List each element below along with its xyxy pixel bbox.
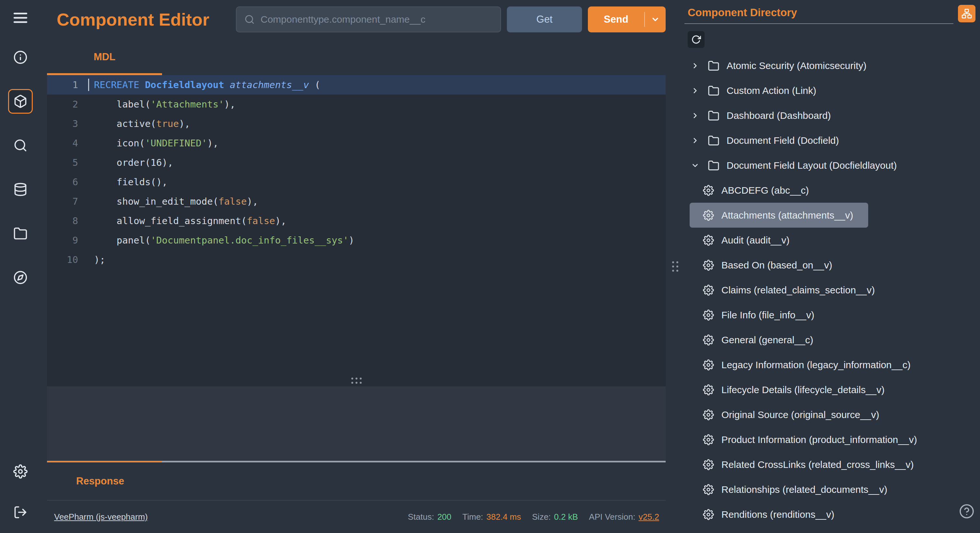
directory-folder-row[interactable]: Custom Action (Link) — [684, 78, 816, 103]
line-number: 9 — [47, 230, 78, 250]
response-tab-indicator — [47, 461, 162, 462]
refresh-button[interactable] — [688, 31, 705, 48]
sidebar-bottom-icons — [13, 464, 27, 519]
sidebar-item-files[interactable] — [13, 226, 27, 241]
time-label: Time: — [463, 512, 483, 522]
sidebar-item-search[interactable] — [13, 138, 27, 152]
hamburger-menu-button[interactable] — [13, 12, 27, 24]
directory-folder-row[interactable]: Atomic Security (Atomicsecurity) — [684, 53, 867, 78]
time-pair: Time: 382.4 ms — [463, 512, 521, 522]
code-line[interactable]: 8 allow_field_assignment(false), — [47, 211, 666, 230]
directory-component-row[interactable]: Related CrossLinks (related_cross_links_… — [690, 452, 929, 477]
code-line[interactable]: 7 show_in_edit_mode(false), — [47, 192, 666, 211]
directory-folder-label: Dashboard (Dashboard) — [727, 110, 831, 121]
api-version-link[interactable]: v25.2 — [638, 512, 659, 522]
horizontal-resize-handle[interactable] — [47, 374, 666, 386]
directory-folder-row[interactable]: Dashboard (Dashboard) — [684, 103, 831, 128]
code-line[interactable]: 2 label('Attachments'), — [47, 95, 666, 114]
component-search-input[interactable] — [261, 14, 493, 25]
directory-component-row[interactable]: Product Information (product_information… — [690, 427, 932, 452]
folder-icon — [708, 110, 719, 121]
size-pair: Size: 0.2 kB — [532, 512, 578, 522]
code-text: show_in_edit_mode(false), — [78, 192, 258, 211]
directory-component-row[interactable]: General (general__c) — [690, 327, 828, 352]
directory-component-row[interactable]: Renditions (renditions__v) — [690, 502, 850, 527]
directory-component-label: Related CrossLinks (related_cross_links_… — [721, 459, 914, 470]
sidebar-item-components[interactable] — [13, 94, 27, 108]
directory-folder-row[interactable]: Document Field Layout (Docfieldlayout) — [684, 153, 897, 178]
status-bar: VeePharm (js-veepharm) Status: 200 Time:… — [47, 500, 666, 533]
gear-icon — [703, 210, 714, 221]
chevron-right-icon[interactable] — [691, 86, 699, 95]
directory-component-row[interactable]: Audit (audit__v) — [690, 228, 804, 252]
api-version-pair: API Version: v25.2 — [589, 512, 659, 522]
directory-component-row[interactable]: Original Source (original_source__v) — [690, 402, 894, 427]
code-line[interactable]: 4 icon('UNDEFINED'), — [47, 133, 666, 153]
gear-icon — [703, 235, 714, 246]
directory-component-label: File Info (file_info__v) — [721, 309, 815, 320]
directory-component-row[interactable]: Claims (related_claims_section__v) — [690, 278, 890, 303]
editor-panel: MDL 1 RECREATE Docfieldlayout attachment… — [47, 39, 666, 533]
status-label: Status: — [408, 512, 434, 522]
gear-icon — [703, 409, 714, 420]
gear-icon — [703, 359, 714, 370]
directory-component-row[interactable]: ABCDEFG (abc__c) — [690, 178, 824, 203]
directory-component-row[interactable]: File Info (file_info__v) — [690, 303, 829, 327]
status-pair: Status: 200 — [408, 512, 451, 522]
vertical-resize-handle[interactable] — [666, 0, 684, 533]
code-text: ); — [78, 250, 105, 270]
code-line[interactable]: 1 RECREATE Docfieldlayout attachments__v… — [47, 75, 666, 95]
code-line[interactable]: 9 panel('Documentpanel.doc_info_files__s… — [47, 230, 666, 250]
directory-component-row[interactable]: Based On (based_on__v) — [690, 252, 847, 278]
sidebar-item-settings[interactable] — [13, 464, 27, 479]
sidebar-item-database[interactable] — [13, 182, 27, 197]
directory-component-row[interactable]: Relationships (related_documents__v) — [690, 477, 902, 502]
line-number: 6 — [47, 172, 78, 192]
code-line[interactable]: 10 ); — [47, 250, 666, 270]
directory-folder-label: Custom Action (Link) — [727, 85, 816, 96]
send-button[interactable]: Send — [588, 6, 666, 32]
component-search-box[interactable] — [236, 6, 501, 32]
sidebar-item-navigator[interactable] — [13, 270, 27, 285]
line-number: 10 — [47, 250, 78, 270]
directory-component-label: Relationships (related_documents__v) — [721, 484, 887, 495]
hamburger-menu-icon — [13, 12, 27, 24]
code-line[interactable]: 5 order(16), — [47, 153, 666, 172]
component-hierarchy-button[interactable] — [958, 5, 975, 22]
directory-component-label: Based On (based_on__v) — [721, 260, 832, 271]
directory-folder-label: Atomic Security (Atomicsecurity) — [727, 60, 867, 71]
search-icon — [244, 14, 255, 25]
directory-component-row[interactable]: Lifecycle Details (lifecycle_details__v) — [690, 377, 900, 402]
help-button[interactable] — [959, 503, 975, 519]
tab-mdl[interactable]: MDL — [47, 51, 115, 63]
code-text: fields(), — [78, 172, 167, 192]
code-text: allow_field_assignment(false), — [78, 211, 286, 230]
code-line[interactable]: 6 fields(), — [47, 172, 666, 192]
directory-component-row[interactable]: Legacy Information (legacy_information__… — [690, 352, 926, 377]
mdl-code-editor[interactable]: 1 RECREATE Docfieldlayout attachments__v… — [47, 75, 666, 374]
response-editor-area[interactable] — [47, 386, 666, 461]
tab-response[interactable]: Response — [47, 475, 124, 487]
gear-icon — [703, 285, 714, 296]
directory-folder-row[interactable]: Document Field (Docfield) — [684, 128, 839, 153]
send-dropdown-toggle[interactable] — [645, 15, 666, 24]
connection-link[interactable]: VeePharm (js-veepharm) — [54, 512, 148, 522]
chevron-right-icon[interactable] — [691, 62, 699, 70]
status-bar-metrics: Status: 200 Time: 382.4 ms Size: 0.2 kB … — [397, 512, 659, 522]
gear-icon — [703, 309, 714, 320]
chevron-right-icon[interactable] — [691, 111, 699, 120]
settings-gear-icon — [13, 464, 27, 479]
directory-component-row[interactable]: Attachments (attachments__v) — [690, 203, 868, 228]
get-button[interactable]: Get — [507, 6, 582, 32]
sidebar-item-info[interactable] — [13, 50, 27, 65]
chevron-right-icon[interactable] — [691, 136, 699, 145]
sidebar-item-logout[interactable] — [13, 505, 27, 519]
size-label: Size: — [532, 512, 551, 522]
directory-component-label: ABCDEFG (abc__c) — [721, 185, 809, 196]
chevron-down-icon[interactable] — [691, 161, 699, 170]
code-text: RECREATE Docfieldlayout attachments__v ( — [78, 75, 320, 95]
line-number: 7 — [47, 192, 78, 211]
directory-component-label: General (general__c) — [721, 335, 813, 346]
status-value: 200 — [437, 512, 451, 522]
code-line[interactable]: 3 active(true), — [47, 114, 666, 133]
